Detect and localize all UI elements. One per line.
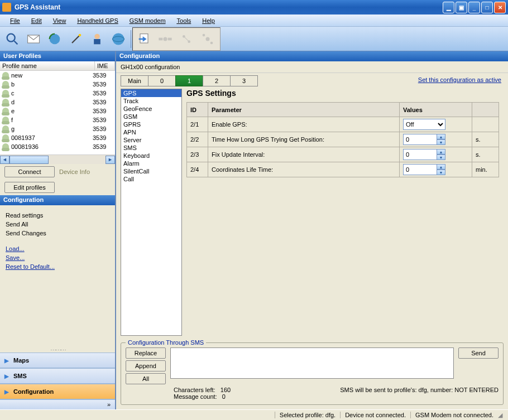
nav-sms[interactable]: ▶SMS [0,368,115,384]
menu-view[interactable]: View [47,16,72,25]
sms-replace-button[interactable]: Replace [126,347,166,359]
category-server[interactable]: Server [121,136,181,144]
category-sms[interactable]: SMS [121,144,181,152]
close-button[interactable]: ✕ [494,2,506,13]
settings-row: 2/2Time How Long GPS Trying Get Position… [187,132,499,147]
satellite-1-icon[interactable] [155,29,175,49]
window-button-2[interactable]: ▣ [456,2,467,13]
user-icon[interactable] [87,29,107,49]
person-icon [2,90,9,96]
menu-gsm-modem[interactable]: GSM modem [124,16,171,25]
msg-count-value: 0 [222,393,226,400]
splitter-grip[interactable] [0,348,115,353]
tab-1[interactable]: 1 [175,75,203,86]
profile-row[interactable]: d3539 [0,98,115,107]
profile-row[interactable]: 000819363539 [0,142,115,151]
sms-all-button[interactable]: All [126,373,166,384]
tab-main[interactable]: Main [121,75,148,86]
category-list[interactable]: GPSTrackGeoFenceGSMGPRSAPNServerSMSKeybo… [121,89,182,336]
wand-icon[interactable] [66,29,86,49]
profile-row[interactable]: c3539 [0,89,115,98]
spin-up-icon[interactable]: ▲ [437,134,445,139]
scroll-left-icon[interactable]: ◄ [0,156,9,164]
sms-append-button[interactable]: Append [126,360,166,371]
action-save[interactable]: Save... [6,254,109,261]
action-reset[interactable]: Reset to Default... [6,263,109,270]
spin-down-icon[interactable]: ▼ [437,155,445,160]
scroll-thumb[interactable] [9,156,49,164]
connect-button[interactable]: Connect [4,166,55,177]
spin-down-icon[interactable]: ▼ [437,139,445,145]
profile-row[interactable]: b3539 [0,80,115,89]
svg-point-19 [203,33,205,36]
nav-configuration[interactable]: ▶Configuration [0,384,115,399]
spin-up-icon[interactable]: ▲ [437,149,445,155]
value-spinner[interactable] [403,164,437,175]
col-profile-name[interactable]: Profile name [0,61,95,70]
menu-edit[interactable]: Edit [26,16,47,25]
mail-icon[interactable] [23,29,44,49]
value-spinner[interactable] [403,134,437,145]
category-keyboard[interactable]: Keyboard [121,152,181,160]
profile-ime: 3539 [93,90,113,96]
scroll-right-icon[interactable]: ► [106,156,115,164]
resize-grip-icon[interactable]: ◢ [498,412,506,419]
person-icon [2,81,9,88]
window-button-1[interactable]: ▁ [443,2,454,13]
set-active-link[interactable]: Set this configuration as active [418,76,501,83]
profile-name: 0081937 [11,134,93,141]
person-icon [2,117,9,123]
tab-2[interactable]: 2 [203,75,231,86]
category-call[interactable]: Call [121,175,181,183]
category-gprs[interactable]: GPRS [121,120,181,128]
settings-row: 2/1Enable GPS:Off [187,117,499,132]
category-gsm[interactable]: GSM [121,113,181,120]
profile-row[interactable]: f3539 [0,115,115,124]
value-select[interactable]: Off [403,119,445,130]
spin-down-icon[interactable]: ▼ [437,170,445,175]
satellite-2-icon[interactable] [176,29,197,49]
action-read-settings[interactable]: Read settings [6,212,109,219]
profiles-hscrollbar[interactable]: ◄ ► [0,155,115,164]
sms-panel: Configuration Through SMS Replace Append… [121,342,504,405]
cell-id: 2/1 [187,117,208,132]
minimize-button[interactable]: _ [468,2,480,13]
tab-0[interactable]: 0 [148,75,176,86]
sms-send-button[interactable]: Send [458,347,499,359]
category-gps[interactable]: GPS [121,89,181,97]
nav-expand[interactable]: » [0,399,115,409]
category-silentcall[interactable]: SilentCall [121,167,181,175]
action-send-all[interactable]: Send All [6,221,109,228]
menu-handheld-gps[interactable]: Handheld GPS [71,16,123,25]
profile-row[interactable]: e3539 [0,107,115,115]
profile-row[interactable]: new3539 [0,71,115,80]
search-icon[interactable] [2,29,22,49]
sms-textarea[interactable] [170,347,454,379]
edit-profiles-button[interactable]: Edit profiles [4,182,55,193]
category-apn[interactable]: APN [121,128,181,136]
globe-icon[interactable] [108,29,128,49]
menu-tools[interactable]: Tools [171,16,197,25]
category-alarm[interactable]: Alarm [121,160,181,167]
menu-file[interactable]: File [4,16,26,25]
menu-help[interactable]: Help [197,16,221,25]
nav-maps[interactable]: ▶Maps [0,353,115,368]
maximize-button[interactable]: □ [481,2,493,13]
msg-count-label: Message count: [174,393,217,400]
tab-3[interactable]: 3 [230,75,258,86]
triangle-icon: ▶ [4,389,9,395]
triangle-icon: ▶ [4,373,9,379]
globe-sync-icon[interactable] [45,29,65,49]
value-spinner[interactable] [403,149,437,160]
menubar: File Edit View Handheld GPS GSM modem To… [0,15,508,27]
category-geofence[interactable]: GeoFence [121,105,181,113]
profile-row[interactable]: g3539 [0,124,115,133]
action-send-changes[interactable]: Send Changes [6,230,109,236]
spin-up-icon[interactable]: ▲ [437,164,445,170]
satellite-3-icon[interactable] [198,29,218,49]
col-ime[interactable]: IME [95,61,115,70]
action-load[interactable]: Load... [6,245,109,252]
category-track[interactable]: Track [121,97,181,105]
profile-row[interactable]: 00819373539 [0,133,115,142]
import-icon[interactable] [134,29,154,49]
